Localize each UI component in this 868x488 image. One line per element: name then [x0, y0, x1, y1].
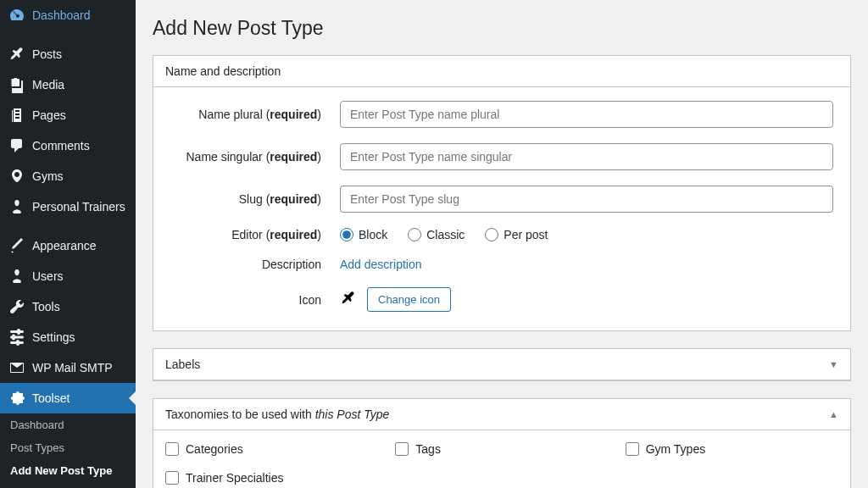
change-icon-button[interactable]: Change icon — [367, 287, 451, 312]
admin-sidebar: Dashboard Posts Media Pages Comments Gym… — [0, 0, 136, 488]
gauge-icon — [8, 7, 25, 24]
icon-label: Icon — [170, 293, 340, 307]
form-row-icon: Icon Change icon — [170, 287, 833, 312]
checkbox-categories[interactable]: Categories — [165, 442, 378, 456]
name-plural-input[interactable] — [340, 101, 833, 128]
sidebar-subitem-dashboard[interactable]: Dashboard — [0, 413, 136, 436]
checkbox-tags[interactable]: Tags — [395, 442, 608, 456]
pin-icon — [8, 46, 25, 63]
sidebar-item-appearance[interactable]: Appearance — [0, 230, 136, 261]
sidebar-item-gyms[interactable]: Gyms — [0, 161, 136, 191]
sidebar-item-comments[interactable]: Comments — [0, 130, 136, 161]
form-row-name-singular: Name singular (required) — [170, 143, 833, 170]
panel-taxonomies: Taxonomies to be used with this Post Typ… — [153, 398, 851, 488]
radio-option-per-post[interactable]: Per post — [485, 228, 548, 241]
form-row-name-plural: Name plural (required) — [170, 101, 833, 128]
sidebar-item-label: Gyms — [32, 169, 64, 183]
sidebar-item-users[interactable]: Users — [0, 261, 136, 291]
panel-header-taxonomies[interactable]: Taxonomies to be used with this Post Typ… — [153, 399, 850, 430]
slug-label: Slug (required) — [170, 192, 340, 206]
sidebar-item-label: Appearance — [32, 239, 97, 252]
sidebar-item-posts[interactable]: Posts — [0, 39, 136, 69]
sidebar-item-label: Users — [32, 269, 64, 283]
radio-per-post[interactable] — [485, 228, 498, 241]
sidebar-item-personal-trainers[interactable]: Personal Trainers — [0, 191, 136, 222]
main-content: Add New Post Type Name and description N… — [136, 0, 868, 488]
sidebar-item-pages[interactable]: Pages — [0, 100, 136, 130]
panel-name-description: Name and description Name plural (requir… — [153, 55, 851, 331]
sidebar-subitem-post-types[interactable]: Post Types — [0, 436, 136, 459]
add-description-link[interactable]: Add description — [340, 258, 422, 271]
sidebar-item-tools[interactable]: Tools — [0, 291, 136, 322]
map-marker-icon — [8, 168, 25, 185]
chevron-up-icon: ▲ — [829, 409, 838, 419]
name-singular-input[interactable] — [340, 143, 833, 170]
checkbox-input-gym-types[interactable] — [626, 442, 639, 456]
sidebar-item-label: Tools — [32, 300, 60, 313]
comment-icon — [8, 137, 25, 154]
radio-option-classic[interactable]: Classic — [408, 228, 465, 241]
sidebar-item-settings[interactable]: Settings — [0, 322, 136, 352]
radio-classic[interactable] — [408, 228, 421, 241]
media-icon — [8, 76, 25, 93]
page-title: Add New Post Type — [153, 17, 851, 40]
sidebar-item-wp-mail-smtp[interactable]: WP Mail SMTP — [0, 352, 136, 383]
panel-labels: Labels ▼ — [153, 348, 851, 381]
sidebar-subitem-add-new-post-type[interactable]: Add New Post Type — [0, 459, 136, 482]
chevron-down-icon: ▼ — [829, 359, 838, 369]
pages-icon — [8, 107, 25, 124]
pin-icon — [340, 290, 357, 310]
user-icon — [8, 198, 25, 215]
brush-icon — [8, 237, 25, 254]
name-plural-label: Name plural (required) — [170, 108, 340, 121]
checkbox-input-tags[interactable] — [395, 442, 409, 456]
wrench-icon — [8, 298, 25, 315]
editor-label: Editor (required) — [170, 228, 340, 241]
checkbox-gym-types[interactable]: Gym Types — [626, 442, 838, 456]
radio-block[interactable] — [340, 228, 353, 241]
form-row-slug: Slug (required) — [170, 186, 833, 213]
radio-option-block[interactable]: Block — [340, 228, 387, 241]
panel-header-labels[interactable]: Labels ▼ — [153, 349, 850, 380]
sidebar-item-media[interactable]: Media — [0, 69, 136, 100]
mail-icon — [8, 359, 25, 376]
description-label: Description — [170, 258, 340, 271]
sidebar-item-label: Media — [32, 78, 64, 92]
puzzle-icon — [8, 390, 25, 407]
checkbox-input-categories[interactable] — [165, 442, 179, 456]
user-icon — [8, 268, 25, 285]
sidebar-item-label: Posts — [32, 47, 62, 61]
sidebar-item-label: Comments — [32, 139, 90, 152]
sidebar-item-label: Personal Trainers — [32, 200, 125, 214]
checkbox-input-trainer-specialties[interactable] — [165, 471, 179, 485]
sidebar-item-label: Dashboard — [32, 8, 91, 22]
sidebar-item-toolset[interactable]: Toolset — [0, 383, 136, 413]
sliders-icon — [8, 329, 25, 346]
slug-input[interactable] — [340, 186, 833, 213]
panel-header-name-desc: Name and description — [153, 56, 850, 87]
sidebar-item-dashboard[interactable]: Dashboard — [0, 0, 136, 30]
name-singular-label: Name singular (required) — [170, 150, 340, 164]
sidebar-item-label: Settings — [32, 330, 75, 344]
sidebar-item-label: Pages — [32, 108, 66, 122]
checkbox-trainer-specialties[interactable]: Trainer Specialties — [165, 471, 378, 485]
form-row-editor: Editor (required) Block Classic — [170, 228, 833, 241]
sidebar-item-label: WP Mail SMTP — [32, 361, 113, 374]
sidebar-item-label: Toolset — [32, 391, 70, 405]
form-row-description: Description Add description — [170, 257, 833, 272]
